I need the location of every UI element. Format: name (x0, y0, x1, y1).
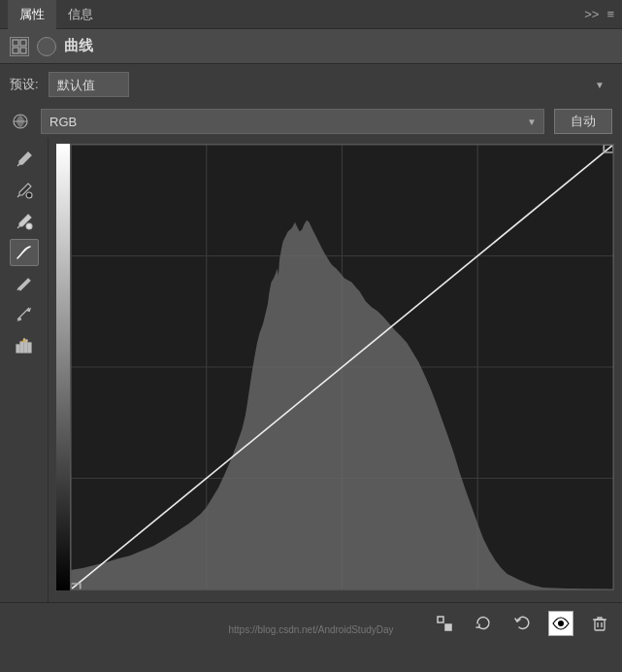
undo-button[interactable] (509, 611, 535, 636)
svg-rect-29 (445, 624, 451, 630)
tab-bar: 属性 信息 >> ≡ (0, 0, 622, 29)
svg-rect-13 (20, 342, 23, 353)
channel-select[interactable]: RGB 红 绿 蓝 (41, 109, 544, 134)
svg-point-30 (558, 621, 564, 626)
svg-rect-31 (595, 620, 605, 630)
curves-area (49, 138, 622, 602)
adjustment-layer-icon (37, 37, 56, 56)
pencil-tool-button[interactable] (10, 270, 39, 297)
preset-select[interactable]: 默认值 较亮 较暗 增加对比度 强对比度 负片 (49, 72, 129, 97)
auto-button[interactable]: 自动 (554, 109, 612, 134)
curve-tool-button[interactable] (10, 239, 39, 266)
curves-chart[interactable] (70, 144, 614, 590)
main-content: ! (0, 138, 622, 602)
svg-line-11 (17, 288, 18, 290)
gradient-bar (56, 144, 70, 590)
trash-button[interactable] (587, 611, 612, 636)
eyedropper-3-button[interactable] (10, 208, 39, 235)
eyedropper-2-button[interactable] (10, 177, 39, 204)
anchor-tool-button[interactable] (10, 301, 39, 328)
expand-icon[interactable]: >> (584, 7, 599, 21)
channel-select-wrapper: RGB 红 绿 蓝 (41, 109, 544, 134)
svg-rect-12 (16, 345, 19, 353)
svg-line-9 (17, 226, 19, 228)
rotate-button[interactable] (471, 611, 496, 636)
histogram-warning-button[interactable]: ! (10, 332, 39, 359)
svg-point-8 (26, 192, 32, 198)
tab-properties[interactable]: 属性 (8, 0, 56, 29)
svg-rect-2 (13, 48, 18, 53)
curves-container (56, 144, 614, 590)
channel-row: RGB 红 绿 蓝 自动 (0, 105, 622, 138)
svg-line-7 (17, 195, 19, 197)
preset-select-wrapper: 默认值 较亮 较暗 增加对比度 强对比度 负片 (49, 72, 612, 97)
svg-line-6 (17, 164, 19, 166)
svg-rect-0 (13, 40, 18, 46)
eyedropper-1-button[interactable] (10, 146, 39, 173)
svg-rect-15 (28, 343, 31, 353)
svg-point-10 (26, 223, 32, 229)
menu-icon[interactable]: ≡ (606, 7, 614, 21)
tab-right-controls: >> ≡ (584, 7, 614, 21)
svg-rect-3 (20, 48, 26, 53)
preset-row: 预设: 默认值 较亮 较暗 增加对比度 强对比度 负片 (0, 64, 622, 105)
svg-rect-1 (20, 40, 26, 46)
tab-info[interactable]: 信息 (56, 0, 105, 29)
eye-button[interactable] (548, 611, 573, 636)
channel-adjust-icon (10, 111, 31, 132)
bottom-toolbar: https://blog.csdn.net/AndroidStudyDay (0, 602, 622, 643)
panel-header: 曲线 (0, 29, 622, 64)
target-button[interactable] (432, 611, 457, 636)
preset-label: 预设: (10, 76, 39, 93)
svg-rect-28 (438, 617, 443, 622)
watermark: https://blog.csdn.net/AndroidStudyDay (228, 624, 393, 635)
left-toolbar: ! (0, 138, 49, 602)
grid-icon (10, 37, 29, 56)
panel-title: 曲线 (64, 37, 93, 55)
